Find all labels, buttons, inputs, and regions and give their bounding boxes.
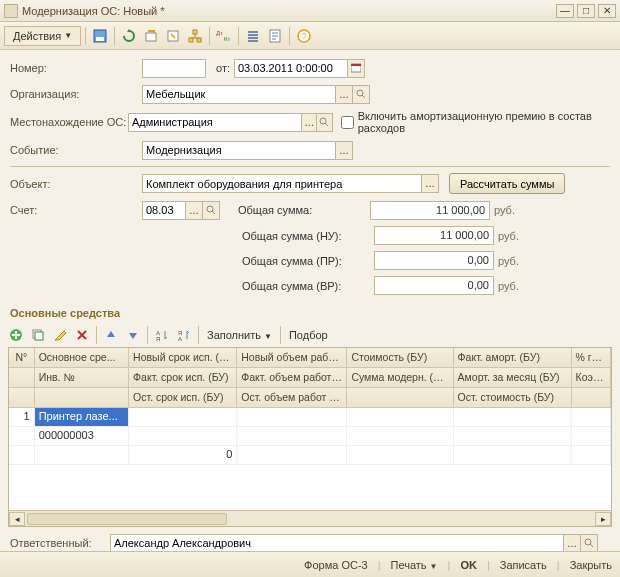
separator (96, 326, 97, 344)
dt-kt-icon[interactable]: ДтКт (214, 26, 234, 46)
horizontal-scrollbar[interactable]: ◂ ▸ (9, 510, 611, 526)
th-rest-term[interactable]: Ост. срок исп. (БУ) (129, 388, 237, 407)
chevron-down-icon: ▼ (264, 332, 272, 341)
th-rest-cost[interactable]: Ост. стоимость (БУ) (454, 388, 572, 407)
org-search-icon[interactable] (352, 85, 370, 104)
sum-pr-value[interactable]: 0,00 (374, 251, 494, 270)
calendar-icon[interactable] (347, 59, 365, 78)
account-input[interactable] (142, 201, 186, 220)
th-fact-amort[interactable]: Факт. аморт. (БУ) (454, 348, 572, 367)
ok-button[interactable]: OK (460, 559, 477, 571)
actions-label: Действия (13, 30, 61, 42)
svg-text:A: A (178, 336, 182, 342)
assets-table: N° Основное сре... Новый срок исп. (БУ) … (8, 347, 612, 527)
refresh-icon[interactable] (119, 26, 139, 46)
add-row-icon[interactable] (6, 325, 26, 345)
th-amort-month[interactable]: Аморт. за месяц (БУ) (454, 368, 572, 387)
sum-vr-label: Общая сумма (ВР): (242, 280, 374, 292)
object-input[interactable] (142, 174, 422, 193)
save-icon[interactable] (90, 26, 110, 46)
table-header-3: Ост. срок исп. (БУ) Ост. объем работ (Б.… (9, 388, 611, 408)
table-row[interactable]: 1 Принтер лазе... (9, 408, 611, 427)
window-title: Модернизация ОС: Новый * (22, 5, 553, 17)
basis-icon[interactable] (163, 26, 183, 46)
form-os3-button[interactable]: Форма ОС-3 (304, 559, 368, 571)
table-row[interactable]: 000000003 (9, 427, 611, 446)
report-icon[interactable] (265, 26, 285, 46)
premium-checkbox[interactable] (341, 116, 354, 129)
cell-rest-term[interactable]: 0 (129, 446, 237, 464)
sort-asc-icon[interactable]: AЯ (152, 325, 172, 345)
account-search-icon[interactable] (202, 201, 220, 220)
section-title: Основные средства (10, 307, 620, 319)
th-new-term[interactable]: Новый срок исп. (БУ) (129, 348, 237, 367)
calculate-button[interactable]: Рассчитать суммы (449, 173, 565, 194)
list-icon[interactable] (243, 26, 263, 46)
org-choose-icon[interactable]: … (335, 85, 353, 104)
table-header-2: Инв. № Факт. срок исп. (БУ) Факт. объем … (9, 368, 611, 388)
responsible-search-icon[interactable] (580, 534, 598, 553)
th-inv[interactable]: Инв. № (35, 368, 129, 387)
close-footer-button[interactable]: Закрыть (570, 559, 612, 571)
th-asset[interactable]: Основное сре... (35, 348, 129, 367)
minimize-button[interactable]: — (556, 4, 574, 18)
th-fact-term[interactable]: Факт. срок исп. (БУ) (129, 368, 237, 387)
close-button[interactable]: ✕ (598, 4, 616, 18)
th-sum-mod[interactable]: Сумма модерн. (БУ) (347, 368, 453, 387)
scroll-thumb[interactable] (27, 513, 227, 525)
premium-checkbox-row[interactable]: Включить амортизационную премию в состав… (341, 110, 610, 134)
maximize-button[interactable]: □ (577, 4, 595, 18)
actions-menu[interactable]: Действия ▼ (4, 26, 81, 46)
svg-text:?: ? (302, 31, 307, 41)
location-search-icon[interactable] (316, 113, 332, 132)
th-number[interactable]: N° (9, 348, 35, 367)
svg-rect-1 (96, 37, 104, 41)
event-choose-icon[interactable]: … (335, 141, 353, 160)
move-down-icon[interactable] (123, 325, 143, 345)
org-input[interactable] (142, 85, 336, 104)
location-label: Местонахождение ОС: (10, 116, 128, 128)
svg-text:Я: Я (156, 336, 160, 342)
select-link[interactable]: Подбор (285, 329, 332, 341)
sum-nu-value[interactable]: 11 000,00 (374, 226, 494, 245)
help-icon[interactable]: ? (294, 26, 314, 46)
fill-link[interactable]: Заполнить▼ (203, 329, 276, 341)
sum-value[interactable]: 11 000,00 (370, 201, 490, 220)
th-new-vol[interactable]: Новый объем работ... (237, 348, 347, 367)
structure-icon[interactable] (185, 26, 205, 46)
th-fact-vol[interactable]: Факт. объем работ ... (237, 368, 347, 387)
th-coef[interactable]: Коэф. ц (572, 368, 611, 387)
object-choose-icon[interactable]: … (421, 174, 439, 193)
post-icon[interactable] (141, 26, 161, 46)
responsible-input[interactable] (110, 534, 564, 553)
scroll-right-icon[interactable]: ▸ (595, 512, 611, 526)
account-choose-icon[interactable]: … (185, 201, 203, 220)
th-cost[interactable]: Стоимость (БУ) (347, 348, 453, 367)
location-input[interactable] (128, 113, 302, 132)
date-input[interactable] (234, 59, 348, 78)
th-rest-vol[interactable]: Ост. объем работ (Б... (237, 388, 347, 407)
sum-vr-value[interactable]: 0,00 (374, 276, 494, 295)
from-label: от: (206, 62, 234, 74)
cell-asset[interactable]: Принтер лазе... (35, 408, 129, 426)
responsible-choose-icon[interactable]: … (563, 534, 581, 553)
location-choose-icon[interactable]: … (301, 113, 317, 132)
print-button[interactable]: Печать▼ (391, 559, 438, 571)
number-input[interactable] (142, 59, 206, 78)
th-pct[interactable]: % год. а (572, 348, 611, 367)
cell-inv[interactable]: 000000003 (35, 427, 129, 445)
edit-row-icon[interactable] (50, 325, 70, 345)
form-area: Номер: от: Организация: … Местонахождени… (0, 50, 620, 305)
copy-row-icon[interactable] (28, 325, 48, 345)
scroll-left-icon[interactable]: ◂ (9, 512, 25, 526)
table-row[interactable]: 0 (9, 446, 611, 465)
sort-desc-icon[interactable]: ЯA (174, 325, 194, 345)
object-label: Объект: (10, 178, 142, 190)
move-up-icon[interactable] (101, 325, 121, 345)
event-input[interactable] (142, 141, 336, 160)
cell-n: 1 (9, 408, 35, 426)
save-button[interactable]: Записать (500, 559, 547, 571)
delete-row-icon[interactable] (72, 325, 92, 345)
svg-rect-19 (35, 332, 43, 340)
chevron-down-icon: ▼ (430, 562, 438, 571)
